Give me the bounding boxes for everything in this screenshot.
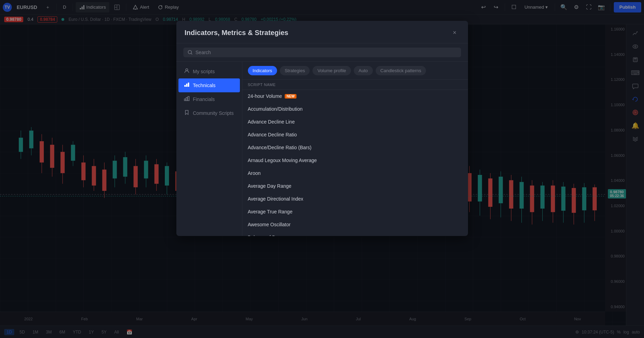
- indicators-modal: Indicators, Metrics & Strategies ×: [176, 21, 468, 236]
- script-name: Balance of Power: [248, 235, 286, 236]
- script-list-header: SCRIPT NAME: [242, 80, 468, 90]
- script-name: Average Directional Index: [248, 196, 303, 202]
- script-name: Awesome Oscillator: [248, 222, 291, 227]
- filter-tab-indicators[interactable]: Indicators: [248, 66, 277, 75]
- svg-rect-111: [186, 98, 187, 101]
- filter-tab-strategies[interactable]: Strategies: [280, 66, 310, 75]
- nav-label-my-scripts: My scripts: [193, 69, 215, 74]
- nav-item-technicals[interactable]: Technicals: [178, 78, 240, 92]
- script-list-item[interactable]: Aroon: [242, 167, 468, 180]
- new-badge: NEW: [285, 94, 296, 99]
- filter-tab-candlestick-patterns[interactable]: Candlestick patterns: [376, 66, 426, 75]
- svg-rect-110: [184, 99, 186, 101]
- nav-item-community-scripts[interactable]: Community Scripts: [178, 106, 240, 120]
- financials-icon: [184, 96, 190, 103]
- script-list-header-label: SCRIPT NAME: [248, 83, 276, 87]
- nav-item-my-scripts[interactable]: My scripts: [178, 65, 240, 78]
- script-name: Aroon: [248, 170, 261, 176]
- nav-label-financials: Financials: [193, 96, 215, 102]
- svg-point-106: [186, 69, 188, 71]
- modal-close-button[interactable]: ×: [450, 28, 460, 37]
- script-list-item[interactable]: 24-hour VolumeNEW: [242, 90, 468, 103]
- modal-overlay[interactable]: Indicators, Metrics & Strategies ×: [0, 0, 644, 338]
- svg-rect-109: [188, 83, 189, 87]
- script-name: Advance Decline Line: [248, 119, 295, 125]
- script-name: Advance/Decline Ratio (Bars): [248, 145, 312, 150]
- bookmark-icon: [184, 110, 190, 117]
- script-list-item[interactable]: Advance Decline Ratio: [242, 128, 468, 141]
- svg-rect-108: [186, 84, 187, 87]
- script-list-item[interactable]: Balance of Power: [242, 231, 468, 236]
- svg-rect-107: [184, 85, 186, 87]
- search-input[interactable]: [195, 50, 457, 55]
- script-list-item[interactable]: Average True Range: [242, 205, 468, 218]
- modal-title: Indicators, Metrics & Strategies: [185, 29, 288, 37]
- script-name: Advance Decline Ratio: [248, 132, 297, 137]
- script-name: Average Day Range: [248, 183, 292, 189]
- modal-header: Indicators, Metrics & Strategies ×: [176, 21, 468, 43]
- nav-label-community-scripts: Community Scripts: [193, 110, 234, 116]
- modal-nav: My scripts Technicals: [176, 62, 242, 236]
- modal-content: Indicators Strategies Volume profile Aut…: [242, 62, 468, 236]
- filter-tab-volume-profile[interactable]: Volume profile: [312, 66, 351, 75]
- modal-search-area: [176, 43, 468, 62]
- bar-chart-icon: [184, 82, 190, 89]
- script-list: 24-hour VolumeNEWAccumulation/Distributi…: [242, 90, 468, 236]
- svg-rect-112: [188, 96, 189, 101]
- script-list-item[interactable]: Arnaud Legoux Moving Average: [242, 154, 468, 167]
- script-name: Arnaud Legoux Moving Average: [248, 158, 317, 163]
- filter-tabs: Indicators Strategies Volume profile Aut…: [242, 62, 468, 80]
- script-list-item[interactable]: Average Directional Index: [242, 193, 468, 205]
- filter-tab-auto[interactable]: Auto: [354, 66, 373, 75]
- script-list-item[interactable]: Awesome Oscillator: [242, 218, 468, 231]
- nav-item-financials[interactable]: Financials: [178, 92, 240, 106]
- script-list-item[interactable]: Average Day Range: [242, 180, 468, 193]
- script-list-item[interactable]: Advance Decline Line: [242, 116, 468, 128]
- search-box: [183, 48, 461, 57]
- search-icon: [187, 50, 193, 55]
- script-list-item[interactable]: Advance/Decline Ratio (Bars): [242, 141, 468, 154]
- person-icon: [184, 68, 190, 75]
- script-list-item[interactable]: Accumulation/Distribution: [242, 103, 468, 116]
- svg-line-105: [191, 53, 192, 54]
- script-name: Average True Range: [248, 209, 293, 214]
- modal-body: My scripts Technicals: [176, 62, 468, 236]
- script-name: 24-hour Volume: [248, 93, 282, 99]
- script-name: Accumulation/Distribution: [248, 106, 303, 112]
- nav-label-technicals: Technicals: [193, 83, 216, 88]
